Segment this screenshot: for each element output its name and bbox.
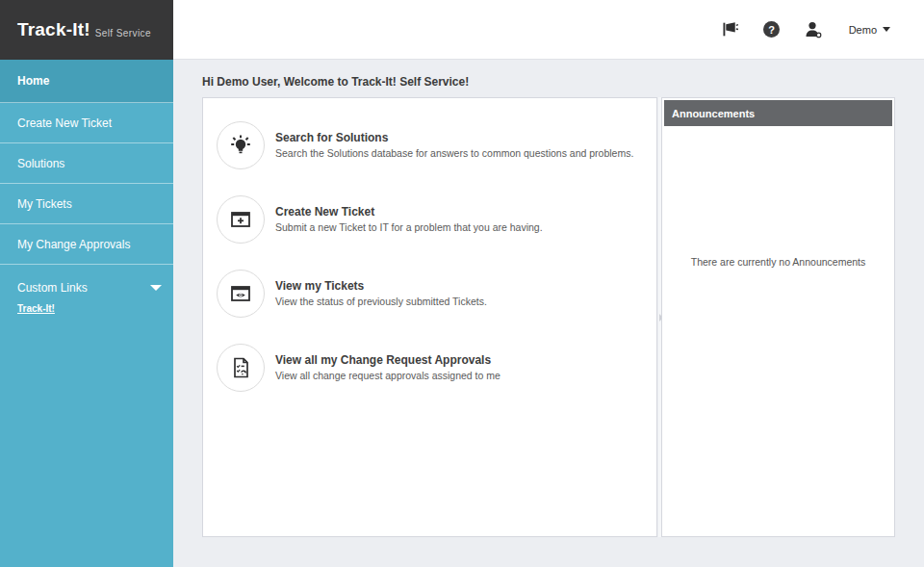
new-ticket-window-icon xyxy=(217,195,265,244)
content-area: Hi Demo User, Welcome to Track-It! Self … xyxy=(173,60,924,567)
action-text: View my Tickets View the status of previ… xyxy=(275,279,487,307)
announcements-title: Announcements xyxy=(672,108,755,119)
home-actions-panel: Search for Solutions Search the Solution… xyxy=(202,97,657,537)
sidebar-item-solutions[interactable]: Solutions xyxy=(0,143,173,184)
user-dropdown[interactable]: Demo xyxy=(849,24,890,36)
action-search-for-solutions[interactable]: Search for Solutions Search the Solution… xyxy=(203,108,656,182)
user-dropdown-label: Demo xyxy=(849,24,877,36)
custom-link-track-it[interactable]: Track-It! xyxy=(17,303,55,314)
actions-list: Search for Solutions Search the Solution… xyxy=(203,98,656,404)
sidebar-item-my-tickets[interactable]: My Tickets xyxy=(0,184,173,224)
track-it-self-service-app: Track-It! Self Service xyxy=(0,0,924,567)
chevron-down-icon xyxy=(150,285,162,291)
announcements-header: Announcements xyxy=(664,100,892,126)
action-description: Search the Solutions database for answer… xyxy=(275,147,633,159)
top-bar-icons: Demo xyxy=(720,19,890,40)
action-title: Create New Ticket xyxy=(275,205,543,219)
announcements-empty-message: There are currently no Announcements xyxy=(664,256,892,268)
megaphone-icon[interactable] xyxy=(720,19,741,40)
sidebar-nav: Home Create New Ticket Solutions My Tick… xyxy=(0,60,173,567)
caret-down-icon xyxy=(883,27,890,32)
action-title: View my Tickets xyxy=(275,279,487,293)
custom-links-label: Custom Links xyxy=(17,281,150,295)
sidebar-item-create-new-ticket[interactable]: Create New Ticket xyxy=(0,103,173,143)
action-text: Search for Solutions Search the Solution… xyxy=(275,131,633,159)
action-text: View all my Change Request Approvals Vie… xyxy=(275,353,500,381)
action-title: Search for Solutions xyxy=(275,131,633,144)
lightbulb-icon xyxy=(217,121,265,169)
action-view-my-tickets[interactable]: View my Tickets View the status of previ… xyxy=(203,256,656,330)
sidebar-item-home[interactable]: Home xyxy=(0,60,173,103)
action-create-new-ticket[interactable]: Create New Ticket Submit a new Ticket to… xyxy=(203,182,656,256)
brand-logo-block: Track-It! Self Service xyxy=(0,0,173,60)
question-mark-glyph xyxy=(763,21,780,38)
top-bar: Demo xyxy=(173,0,924,60)
action-text: Create New Ticket Submit a new Ticket to… xyxy=(275,205,543,233)
view-tickets-eye-icon xyxy=(217,270,265,318)
user-icon[interactable] xyxy=(803,19,824,40)
help-icon[interactable] xyxy=(761,19,783,40)
action-description: Submit a new Ticket to IT for a problem … xyxy=(275,221,543,233)
custom-links-section: Custom Links Track-It! xyxy=(0,281,173,316)
change-approvals-doc-icon xyxy=(217,344,265,392)
brand-tagline: Self Service xyxy=(95,28,151,39)
action-description: View all change request approvals assign… xyxy=(275,370,500,381)
action-view-change-request-approvals[interactable]: View all my Change Request Approvals Vie… xyxy=(203,330,656,404)
sidebar-item-my-change-approvals[interactable]: My Change Approvals xyxy=(0,224,173,265)
action-description: View the status of previously submitted … xyxy=(275,296,487,307)
action-title: View all my Change Request Approvals xyxy=(275,353,500,367)
brand-name: Track-It! xyxy=(17,19,90,40)
custom-links-toggle[interactable]: Custom Links xyxy=(0,281,173,295)
announcements-panel: Announcements There are currently no Ann… xyxy=(661,97,895,537)
welcome-greeting: Hi Demo User, Welcome to Track-It! Self … xyxy=(202,75,469,89)
